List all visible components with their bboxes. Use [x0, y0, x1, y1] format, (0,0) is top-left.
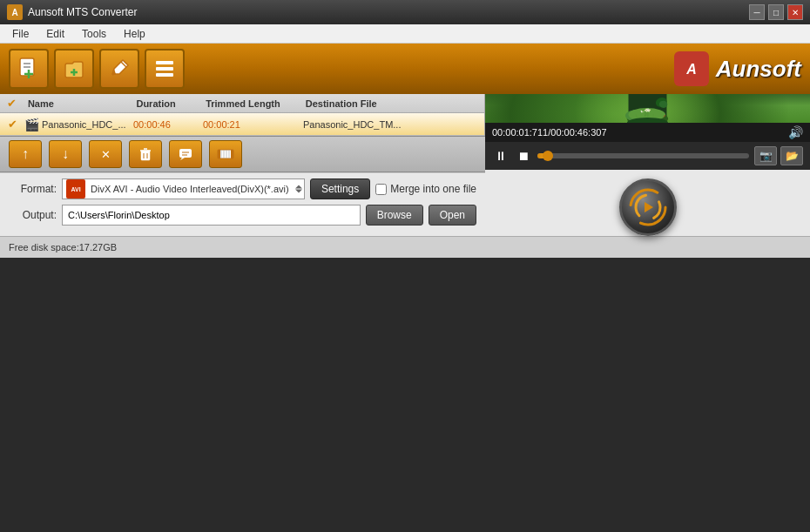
svg-marker-72 — [645, 202, 653, 212]
progress-bar[interactable] — [537, 153, 749, 158]
svg-rect-22 — [218, 150, 220, 158]
current-time: 00:00:01:711/00:00:46:307 — [492, 127, 607, 138]
table-row[interactable]: ✔ 🎬 Panasonic_HDC_... 00:00:46 00:00:21 … — [0, 113, 484, 136]
stop-button[interactable]: ⏹ — [515, 147, 532, 165]
menu-help[interactable]: Help — [115, 26, 154, 42]
format-label: Format: — [9, 183, 57, 195]
svg-rect-8 — [156, 61, 173, 64]
open-button[interactable]: Open — [429, 205, 476, 226]
add-folder-button[interactable] — [54, 49, 94, 89]
aunsoft-logo-icon: A — [674, 51, 709, 86]
svg-rect-9 — [156, 67, 173, 71]
format-dropdown-arrow[interactable] — [295, 185, 302, 193]
video-thumbnail — [485, 94, 810, 123]
comment-button[interactable] — [169, 140, 202, 168]
main-toolbar: A Aunsoft — [0, 44, 810, 94]
svg-point-59 — [641, 111, 642, 111]
folder-open-button[interactable]: 📂 — [780, 146, 803, 165]
move-down-button[interactable]: ↓ — [49, 140, 82, 168]
titlebar-title: Aunsoft MTS Converter — [28, 6, 749, 18]
svg-point-56 — [646, 109, 647, 110]
list-button[interactable] — [145, 49, 185, 89]
video-frame — [485, 94, 810, 123]
convert-button[interactable] — [619, 178, 677, 236]
svg-rect-23 — [231, 150, 233, 158]
volume-icon[interactable]: 🔊 — [788, 125, 803, 139]
move-up-button[interactable]: ↑ — [9, 140, 42, 168]
browse-button[interactable]: Browse — [366, 205, 423, 226]
row-checkbox[interactable]: ✔ — [0, 118, 24, 131]
col-header-trimmed: Trimmed Length — [202, 98, 302, 109]
file-list-header: ✔ Name Duration Trimmed Length Destinati… — [0, 94, 484, 113]
preview-timestamp: 00:00:01:711/00:00:46:307 🔊 — [485, 123, 810, 142]
format-select[interactable]: AVI DivX AVI - Audio Video Interleaved(D… — [62, 178, 305, 199]
status-bar: Free disk space:17.27GB — [0, 236, 810, 258]
titlebar: A Aunsoft MTS Converter ─ □ ✕ — [0, 0, 810, 24]
format-icon: AVI — [66, 179, 85, 199]
menu-edit[interactable]: Edit — [37, 26, 73, 42]
remove-button[interactable]: ✕ — [89, 140, 122, 168]
playback-controls: ⏸ ⏹ 📷 📂 — [485, 142, 810, 170]
file-list-body: ✔ 🎬 Panasonic_HDC_... 00:00:46 00:00:21 … — [0, 113, 484, 136]
video-preview — [485, 94, 810, 123]
file-duration: 00:00:46 — [133, 119, 203, 130]
aunsoft-brand-text: Aunsoft — [716, 56, 801, 83]
file-dest: Panasonic_HDC_TM... — [303, 119, 477, 130]
file-trimmed: 00:00:21 — [203, 119, 303, 130]
delete-button[interactable] — [129, 140, 162, 168]
status-text: Free disk space:17.27GB — [9, 242, 117, 253]
svg-point-48 — [650, 110, 651, 111]
clip-button[interactable] — [209, 140, 242, 168]
edit-button[interactable] — [99, 49, 139, 89]
progress-handle[interactable] — [543, 151, 553, 161]
svg-point-57 — [641, 111, 642, 112]
merge-checkbox[interactable] — [375, 184, 387, 195]
svg-text:A: A — [685, 62, 697, 77]
merge-label: Merge into one file — [390, 183, 476, 195]
col-header-name: Name — [24, 98, 133, 109]
col-header-dest: Destination File — [302, 98, 484, 109]
svg-rect-13 — [141, 151, 150, 160]
output-path-input[interactable] — [62, 205, 361, 226]
svg-point-53 — [648, 111, 649, 111]
svg-point-36 — [664, 116, 665, 117]
file-icon: 🎬 — [24, 118, 42, 131]
preview-panel: 00:00:01:711/00:00:46:307 🔊 ⏸ ⏹ 📷 📂 — [485, 94, 810, 236]
close-button[interactable]: ✕ — [787, 4, 803, 20]
menu-file[interactable]: File — [3, 26, 37, 42]
svg-rect-10 — [156, 73, 173, 77]
menu-tools[interactable]: Tools — [73, 26, 115, 42]
minimize-button[interactable]: ─ — [749, 4, 765, 20]
menubar: File Edit Tools Help — [0, 24, 810, 44]
aunsoft-logo: A Aunsoft — [674, 51, 801, 86]
format-row: Format: AVI DivX AVI - Audio Video Inter… — [9, 178, 476, 199]
output-row: Output: Browse Open — [9, 205, 476, 226]
format-value: DivX AVI - Audio Video Interleaved(DivX)… — [91, 184, 300, 194]
action-toolbar: ↑ ↓ ✕ — [0, 136, 485, 172]
svg-point-43 — [648, 110, 649, 111]
col-header-duration: Duration — [132, 98, 202, 109]
maximize-button[interactable]: □ — [768, 4, 784, 20]
file-list-area: ✔ Name Duration Trimmed Length Destinati… — [0, 94, 485, 136]
svg-rect-18 — [179, 149, 192, 158]
file-name: Panasonic_HDC_... — [42, 119, 133, 130]
bottom-controls: Format: AVI DivX AVI - Audio Video Inter… — [0, 172, 485, 236]
settings-button[interactable]: Settings — [310, 178, 370, 199]
add-file-button[interactable] — [9, 49, 49, 89]
svg-point-45 — [645, 111, 646, 111]
output-label: Output: — [9, 209, 57, 221]
svg-point-55 — [646, 110, 647, 111]
app-icon: A — [7, 4, 23, 20]
merge-check: Merge into one file — [375, 183, 476, 195]
svg-point-51 — [649, 109, 650, 110]
svg-point-35 — [665, 115, 665, 116]
camera-button[interactable]: 📷 — [754, 146, 777, 165]
header-check: ✔ — [7, 97, 17, 110]
pause-button[interactable]: ⏸ — [492, 147, 510, 165]
